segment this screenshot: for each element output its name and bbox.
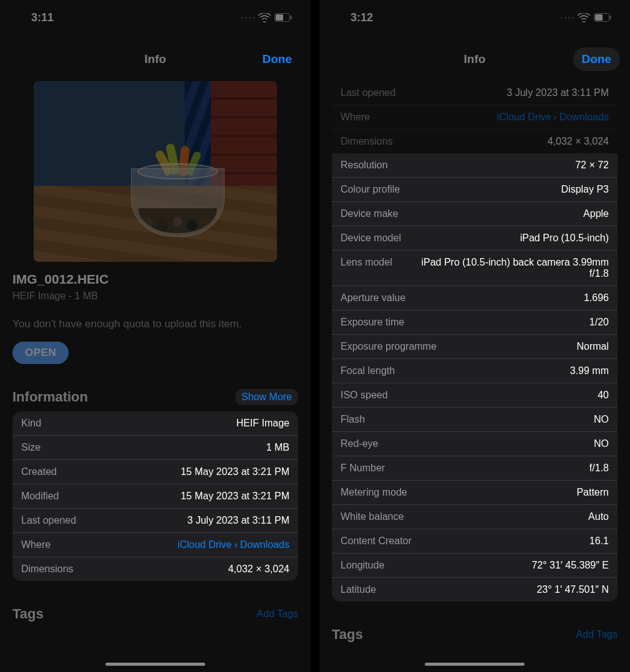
info-row-value: 3.99 mm (570, 365, 609, 377)
info-row-value: Normal (576, 341, 609, 352)
info-row-value: 4,032 × 3,024 (548, 136, 609, 147)
svg-rect-1 (276, 14, 283, 21)
home-indicator-icon[interactable] (425, 663, 525, 666)
info-row-label: White balance (341, 511, 404, 522)
info-row[interactable]: WhereiCloud Drive›Downloads (332, 105, 618, 129)
sheet-title: Info (145, 52, 167, 66)
file-type-size: HEIF Image - 1 MB (12, 290, 298, 302)
add-tags-button[interactable]: Add Tags (257, 608, 298, 620)
info-row-label: Dimensions (341, 136, 393, 147)
info-row-label: Longitude (341, 560, 384, 571)
info-row-value: 1/20 (589, 317, 609, 328)
info-row-value: 15 May 2023 at 3:21 PM (181, 491, 289, 502)
info-row-value: 1 MB (266, 442, 289, 453)
info-row: Exposure programmeNormal (332, 334, 618, 358)
information-card: KindHEIF ImageSize1 MBCreated15 May 2023… (12, 411, 298, 581)
chevron-right-icon: › (235, 539, 238, 550)
svg-rect-5 (610, 16, 611, 19)
info-row-value: 72 × 72 (575, 160, 609, 171)
info-row: Last opened3 July 2023 at 3:11 PM (12, 508, 298, 532)
info-row: White balanceAuto (332, 504, 618, 529)
info-row-label: Content Creator (341, 535, 412, 547)
info-row-label: Where (341, 112, 370, 123)
show-more-button[interactable]: Show More (235, 389, 298, 405)
information-card-top: Last opened3 July 2023 at 3:11 PMWhereiC… (332, 81, 618, 153)
info-row-value: Display P3 (561, 184, 609, 195)
info-row-value: 3 July 2023 at 3:11 PM (187, 515, 289, 526)
add-tags-button[interactable]: Add Tags (576, 629, 618, 640)
tags-header: Tags Add Tags (12, 606, 298, 622)
battery-icon (594, 13, 611, 22)
battery-icon (274, 13, 292, 22)
info-row-label: Metering mode (341, 487, 407, 498)
info-row-value: 72° 31′ 45.389″ E (531, 560, 609, 571)
info-row-label: Device model (341, 233, 401, 244)
info-row-value: 1.696 (584, 292, 609, 304)
done-button[interactable]: Done (254, 47, 301, 71)
info-row-label: Where (21, 539, 51, 550)
info-row: Longitude72° 31′ 45.389″ E (332, 553, 618, 577)
file-name: IMG_0012.HEIC (12, 272, 298, 287)
info-row-value: 40 (598, 390, 609, 401)
info-row: F Numberf/1.8 (332, 456, 618, 480)
info-row-value: 23° 1′ 47.501″ N (536, 584, 609, 595)
info-row-value: f/1.8 (589, 463, 609, 474)
done-button[interactable]: Done (573, 47, 621, 71)
file-preview-image[interactable] (34, 81, 277, 262)
home-indicator-icon[interactable] (105, 663, 205, 666)
info-row: Colour profileDisplay P3 (332, 177, 618, 201)
quota-warning: You don't have enough quota to upload th… (12, 318, 298, 330)
info-row-label: F Number (341, 463, 385, 474)
info-row-label: Lens model (341, 257, 392, 268)
svg-rect-4 (595, 14, 603, 21)
info-row-label: Exposure time (341, 317, 404, 328)
info-row: Red-eyeNO (332, 431, 618, 456)
information-card: Resolution72 × 72Colour profileDisplay P… (332, 153, 618, 602)
info-row-value: 15 May 2023 at 3:21 PM (181, 466, 289, 478)
info-row-label: Modified (21, 491, 59, 502)
info-row-value: NO (594, 414, 609, 425)
open-button[interactable]: OPEN (12, 342, 69, 364)
info-row-label: Flash (341, 414, 365, 425)
svg-rect-2 (291, 16, 292, 19)
wifi-icon (258, 13, 271, 22)
info-row: Device makeApple (332, 201, 618, 226)
info-row-label: Exposure programme (341, 341, 437, 352)
info-row: Content Creator16.1 (332, 529, 618, 553)
info-row: Metering modePattern (332, 480, 618, 504)
info-row-label: Dimensions (21, 564, 74, 575)
info-row: Dimensions4,032 × 3,024 (332, 129, 618, 153)
info-row-value: NO (594, 438, 609, 449)
information-header: Information Show More (12, 389, 298, 405)
status-time: 3:11 (31, 11, 54, 24)
info-row-value: iCloud Drive›Downloads (177, 539, 289, 550)
status-bar: 3:12 (319, 0, 630, 31)
info-row-value: Auto (588, 511, 609, 522)
info-row: Size1 MB (12, 435, 298, 459)
wifi-icon (578, 13, 590, 22)
info-row-label: Colour profile (341, 184, 400, 195)
info-row: Latitude23° 1′ 47.501″ N (332, 577, 618, 602)
info-row: ISO speed40 (332, 383, 618, 407)
info-row: Resolution72 × 72 (332, 153, 618, 177)
info-row[interactable]: WhereiCloud Drive›Downloads (12, 532, 298, 557)
info-row-label: Kind (21, 418, 41, 429)
info-row-value: 3 July 2023 at 3:11 PM (506, 87, 609, 98)
info-row-value: iCloud Drive›Downloads (497, 112, 609, 123)
info-row: Device modeliPad Pro (10.5-inch) (332, 226, 618, 250)
info-row-value: iPad Pro (10.5-inch) (520, 233, 609, 244)
info-row-value: HEIF Image (236, 418, 289, 429)
info-row-label: Created (21, 466, 57, 478)
info-row-value: 4,032 × 3,024 (228, 564, 289, 575)
sheet-header: Info Done (0, 37, 311, 81)
info-row: Exposure time1/20 (332, 310, 618, 334)
cell-dots-icon (561, 17, 574, 19)
info-row: Modified15 May 2023 at 3:21 PM (12, 484, 298, 508)
info-row: KindHEIF Image (12, 411, 298, 435)
info-row-value: Apple (583, 208, 609, 219)
info-row: Created15 May 2023 at 3:21 PM (12, 459, 298, 484)
information-title: Information (12, 389, 88, 405)
status-time: 3:12 (351, 11, 373, 24)
info-row-label: Focal length (341, 365, 395, 377)
info-row-label: Resolution (341, 160, 388, 171)
